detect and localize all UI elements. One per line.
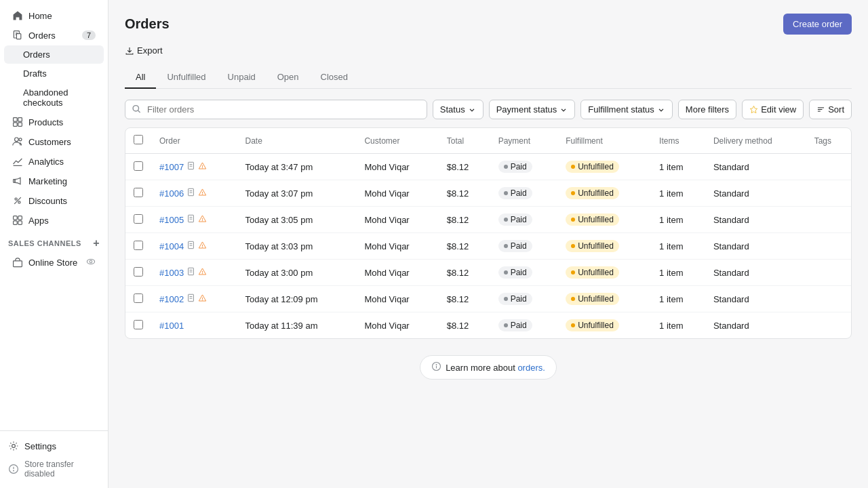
learn-more-text: Learn more about orders. (446, 363, 545, 373)
row-payment-cell: Paid (490, 233, 557, 260)
tab-open[interactable]: Open (267, 66, 310, 89)
svg-rect-11 (14, 180, 15, 183)
row-customer-cell: Mohd Viqar (356, 260, 438, 286)
search-input[interactable] (125, 100, 427, 119)
svg-point-41 (202, 194, 203, 195)
row-delivery-cell: Standard (705, 260, 806, 286)
sidebar-item-abandoned[interactable]: Abandoned checkouts (4, 83, 104, 112)
doc-icon (186, 267, 195, 278)
row-checkbox-cell (125, 233, 151, 260)
add-sales-channel-icon[interactable]: + (93, 237, 100, 249)
sort-button[interactable]: Sort (809, 100, 852, 119)
main-inner: Orders Create order Export All Unfulfill… (108, 0, 868, 393)
sidebar-item-orders[interactable]: Orders 7 (4, 26, 104, 45)
tab-unfulfilled[interactable]: Unfulfilled (156, 66, 216, 89)
sidebar-item-discounts[interactable]: Discounts (4, 191, 104, 210)
sidebar-item-online-store[interactable]: Online Store (4, 253, 104, 272)
fulfillment-status-filter-button[interactable]: Fulfillment status (580, 100, 673, 119)
row-payment-cell: Paid (490, 207, 557, 233)
row-date-cell: Today at 11:39 am (237, 312, 357, 339)
svg-rect-15 (14, 216, 18, 220)
row-items-cell: 1 item (651, 180, 705, 207)
table-row: #1007 Today at 3:47 pm Mohd Viqar $8.12 … (125, 154, 851, 180)
sidebar-item-apps[interactable]: Apps (4, 211, 104, 230)
status-filter-label: Status (440, 104, 465, 115)
row-tags-cell (806, 154, 851, 180)
svg-rect-17 (14, 221, 18, 225)
row-order-cell: #1004 (151, 233, 237, 260)
row-checkbox[interactable] (134, 214, 143, 224)
row-tags-cell (806, 233, 851, 260)
payment-status-filter-button[interactable]: Payment status (489, 100, 576, 119)
edit-view-button[interactable]: Edit view (742, 100, 804, 119)
row-items-cell: 1 item (651, 260, 705, 286)
row-checkbox[interactable] (134, 241, 143, 250)
row-total-cell: $8.12 (439, 154, 490, 180)
eye-icon[interactable] (86, 257, 96, 268)
export-label: Export (137, 45, 163, 56)
sidebar-item-store-transfer[interactable]: Store transfer disabled (0, 455, 108, 483)
svg-line-27 (138, 110, 140, 112)
select-all-checkbox[interactable] (134, 135, 143, 144)
sidebar-item-analytics[interactable]: Analytics (4, 152, 104, 171)
sidebar-item-orders-sub[interactable]: Orders (4, 45, 104, 64)
row-delivery-cell: Standard (705, 180, 806, 207)
order-link[interactable]: #1001 (159, 321, 184, 331)
svg-point-25 (14, 470, 14, 471)
sidebar: Home Orders 7 Orders Drafts Abandoned ch… (0, 0, 108, 488)
row-checkbox[interactable] (134, 267, 143, 277)
tab-unpaid[interactable]: Unpaid (217, 66, 267, 89)
sidebar-item-drafts[interactable]: Drafts (4, 64, 104, 83)
row-customer-cell: Mohd Viqar (356, 207, 438, 233)
row-order-cell: #1003 (151, 260, 237, 286)
svg-rect-47 (189, 241, 194, 248)
sidebar-item-customers[interactable]: Customers (4, 132, 104, 151)
row-checkbox[interactable] (134, 188, 143, 197)
more-filters-button[interactable]: More filters (678, 100, 736, 119)
orders-icon (12, 30, 23, 41)
row-checkbox[interactable] (134, 320, 143, 329)
tab-closed[interactable]: Closed (310, 66, 359, 89)
learn-more-inner: Learn more about orders. (420, 355, 557, 380)
svg-rect-7 (18, 123, 22, 127)
row-order-cell: #1007 (151, 154, 237, 180)
export-button[interactable]: Export (125, 43, 163, 58)
order-link[interactable]: #1003 (159, 268, 184, 278)
order-link[interactable]: #1007 (159, 162, 184, 172)
sidebar-item-settings[interactable]: Settings (0, 436, 108, 455)
order-link[interactable]: #1004 (159, 241, 184, 251)
tab-all[interactable]: All (125, 66, 156, 89)
discounts-icon (12, 195, 23, 206)
order-link[interactable]: #1002 (159, 294, 184, 304)
row-order-cell: #1006 (151, 180, 237, 207)
order-link[interactable]: #1006 (159, 188, 184, 199)
row-customer-cell: Mohd Viqar (356, 233, 438, 260)
row-delivery-cell: Standard (705, 286, 806, 312)
row-tags-cell (806, 312, 851, 339)
sidebar-item-products[interactable]: Products (4, 113, 104, 131)
status-filter-button[interactable]: Status (433, 100, 484, 119)
delivery-column-header: Delivery method (705, 128, 806, 154)
row-fulfillment-cell: Unfulfilled (557, 286, 651, 312)
fulfillment-column-header: Fulfillment (557, 128, 651, 154)
fulfillment-badge: Unfulfilled (566, 187, 619, 199)
sidebar-item-home[interactable]: Home (4, 6, 104, 25)
row-checkbox[interactable] (134, 161, 143, 171)
order-link[interactable]: #1005 (159, 215, 184, 225)
items-column-header: Items (651, 128, 705, 154)
search-wrapper (125, 100, 427, 119)
create-order-button[interactable]: Create order (783, 14, 852, 35)
doc-icon (186, 293, 195, 304)
fulfillment-badge: Unfulfilled (566, 214, 619, 226)
row-customer-cell: Mohd Viqar (356, 154, 438, 180)
sidebar-item-marketing[interactable]: Marketing (4, 171, 104, 190)
learn-more-section: Learn more about orders. (125, 355, 852, 380)
row-total-cell: $8.12 (439, 180, 490, 207)
row-date-cell: Today at 3:05 pm (237, 207, 357, 233)
warning-icon (198, 161, 207, 172)
svg-rect-52 (189, 268, 194, 274)
row-date-cell: Today at 3:47 pm (237, 154, 357, 180)
orders-link[interactable]: orders. (517, 363, 545, 373)
svg-rect-19 (14, 260, 22, 266)
row-checkbox[interactable] (134, 293, 143, 303)
